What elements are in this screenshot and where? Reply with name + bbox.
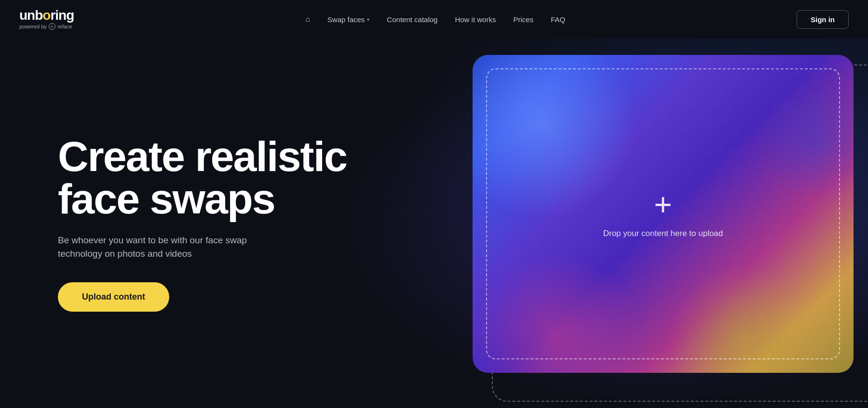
logo-o: o	[42, 8, 50, 23]
upload-panel-wrap: + Drop your content here to upload	[473, 55, 868, 392]
prices-link[interactable]: Prices	[513, 15, 533, 24]
nav-item-content-catalog[interactable]: Content catalog	[387, 15, 437, 24]
logo-text: unboring	[19, 9, 74, 22]
navbar: unboring powered by ⊙ reface ⌂ Swap face…	[0, 0, 868, 39]
home-icon: ⌂	[305, 15, 310, 24]
how-it-works-label: How it works	[455, 15, 496, 24]
nav-item-how-it-works[interactable]: How it works	[455, 15, 496, 24]
swap-faces-dropdown-icon: ▾	[367, 17, 369, 22]
swap-faces-link[interactable]: Swap faces ▾	[327, 15, 370, 24]
nav-links: ⌂ Swap faces ▾ Content catalog How it wo…	[305, 15, 565, 24]
drop-zone[interactable]: + Drop your content here to upload	[486, 68, 840, 359]
home-link[interactable]: ⌂	[305, 15, 310, 24]
nav-item-swap-faces[interactable]: Swap faces ▾	[327, 15, 370, 24]
hero-section: Create realistic face swaps Be whoever y…	[0, 39, 868, 408]
powered-by-text: powered by	[19, 24, 47, 29]
sign-in-button[interactable]: Sign in	[797, 10, 849, 29]
plus-icon: +	[654, 189, 672, 220]
reface-icon: ⊙	[49, 23, 55, 30]
logo-subtitle: powered by ⊙ reface	[19, 23, 74, 30]
upload-content-button[interactable]: Upload content	[58, 282, 169, 312]
reface-name: reface	[57, 24, 72, 29]
nav-item-prices[interactable]: Prices	[513, 15, 533, 24]
hero-title-line2: face swaps	[58, 175, 275, 223]
swap-faces-label: Swap faces	[327, 15, 365, 24]
hero-title: Create realistic face swaps	[58, 135, 347, 220]
upload-card[interactable]: + Drop your content here to upload	[473, 55, 854, 373]
hero-subtitle: Be whoever you want to be with our face …	[58, 234, 347, 261]
logo[interactable]: unboring powered by ⊙ reface	[19, 9, 74, 30]
prices-label: Prices	[513, 15, 533, 24]
content-catalog-label: Content catalog	[387, 15, 437, 24]
nav-item-home[interactable]: ⌂	[305, 15, 310, 24]
nav-item-faq[interactable]: FAQ	[551, 15, 565, 24]
hero-title-line1: Create realistic	[58, 132, 347, 180]
how-it-works-link[interactable]: How it works	[455, 15, 496, 24]
drop-text: Drop your content here to upload	[603, 229, 723, 238]
content-catalog-link[interactable]: Content catalog	[387, 15, 437, 24]
faq-link[interactable]: FAQ	[551, 15, 565, 24]
hero-text-block: Create realistic face swaps Be whoever y…	[58, 135, 347, 312]
faq-label: FAQ	[551, 15, 565, 24]
